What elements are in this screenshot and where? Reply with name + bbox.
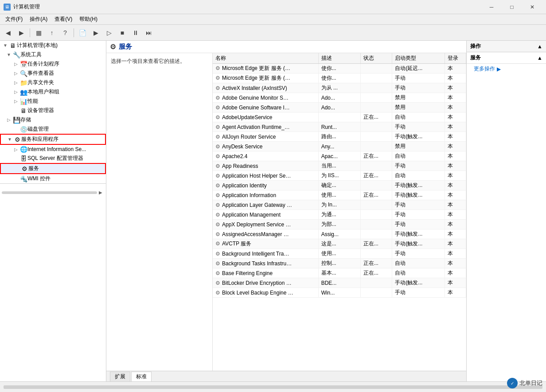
expand-icon: ▷ [12, 80, 20, 85]
stop-button[interactable]: ■ [116, 27, 129, 39]
help-button[interactable]: ? [59, 27, 71, 39]
export-button[interactable]: 📄 [76, 27, 89, 39]
table-row[interactable]: ⚙Adobe Genuine Monitor S…Ado...禁用本 [213, 93, 466, 103]
table-row[interactable]: ⚙Microsoft Edge 更新 服务 (…使你...自动(延迟...本 [213, 64, 466, 74]
horizontal-scrollbar[interactable] [4, 385, 542, 389]
forward-button[interactable]: ▶ [15, 27, 27, 39]
title-bar: 🖥 计算机管理 ─ □ ✕ [0, 0, 546, 14]
table-row[interactable]: ⚙Application Layer Gateway …为 In...手动本 [213, 200, 466, 210]
table-row[interactable]: ⚙Application Management为通...手动本 [213, 210, 466, 220]
tree-node-storage[interactable]: ▷ 💾 存储 [0, 115, 106, 124]
services-description: 选择一个项目来查看它的描述。 [106, 53, 213, 371]
up-button[interactable]: ↑ [46, 27, 58, 39]
col-status[interactable]: 状态 [360, 53, 392, 64]
service-startup-cell: 自动(延迟... [392, 64, 445, 74]
tree-node-services[interactable]: ⚙ 服务 [0, 163, 106, 174]
service-startup-cell: 手动(触发... [392, 229, 445, 239]
table-row[interactable]: ⚙Apache2.4Apac...正在...自动本 [213, 151, 466, 161]
services-panel-icon: ⚙ [110, 43, 116, 51]
app-icon: 🖥 [4, 4, 11, 11]
col-name[interactable]: 名称 [213, 53, 318, 64]
tree-node-wmi[interactable]: 🔩 WMI 控件 [0, 174, 106, 183]
toolbar: ◀ ▶ ▦ ↑ ? 📄 ▶ ▷ ■ ⏸ ⏭ [0, 25, 546, 41]
expand-icon: ▼ [2, 43, 9, 48]
menu-help[interactable]: 帮助(H) [76, 15, 101, 24]
task-label: 任务计划程序 [27, 60, 59, 68]
tree-node-system[interactable]: ▼ 🔧 系统工具 [0, 50, 106, 59]
service-name-cell: ⚙Adobe Genuine Monitor S… [213, 93, 318, 103]
action-panel: 操作 ▲ 服务 ▲ 更多操作 ▶ [466, 41, 546, 381]
root-label: 计算机管理(本地) [17, 42, 58, 49]
tree-node-share[interactable]: ▷ 📁 共享文件夹 [0, 78, 106, 87]
play-button[interactable]: ▶ [90, 27, 102, 39]
service-login-cell: 本 [445, 142, 466, 151]
action-header-collapse[interactable]: ▲ [537, 43, 542, 50]
table-row[interactable]: ⚙Adobe Genuine Software I…Ado...禁用本 [213, 103, 466, 113]
expand-icon: ▷ [12, 71, 20, 76]
table-row[interactable]: ⚙ActiveX Installer (AxInstSV)为从 ...手动本 [213, 83, 466, 93]
maximize-button[interactable]: □ [502, 0, 522, 14]
table-row[interactable]: ⚙Agent Activation Runtime_…Runt...手动本 [213, 122, 466, 132]
menu-action[interactable]: 操作(A) [26, 15, 51, 24]
table-row[interactable]: ⚙Background Intelligent Tra…使用...手动本 [213, 249, 466, 259]
service-name-cell: ⚙Block Level Backup Engine … [213, 288, 318, 298]
tab-expand[interactable]: 扩展 [110, 372, 130, 381]
col-desc[interactable]: 描述 [318, 53, 360, 64]
tree-node-services-app[interactable]: ▼ ⚙ 服务和应用程序 [0, 134, 106, 145]
service-name-cell: ⚙Application Information [213, 190, 318, 200]
tree-node-sql[interactable]: 🗄 SQL Server 配置管理器 [0, 154, 106, 163]
toolbar-separator-1 [30, 28, 30, 37]
close-button[interactable]: ✕ [522, 0, 542, 14]
show-hide-button[interactable]: ▦ [32, 27, 45, 39]
table-row[interactable]: ⚙Base Filtering Engine基本...正在...自动本 [213, 268, 466, 278]
table-row[interactable]: ⚙BitLocker Drive Encryption …BDE...手动(触发… [213, 278, 466, 288]
table-row[interactable]: ⚙Background Tasks Infrastru…控制...正在...自动… [213, 259, 466, 268]
tree-node-disk[interactable]: 💿 磁盘管理 [0, 124, 106, 134]
minimize-button[interactable]: ─ [481, 0, 502, 14]
service-startup-cell: 手动 [392, 249, 445, 259]
menu-view[interactable]: 查看(V) [51, 15, 76, 24]
service-startup-cell: 手动 [392, 74, 445, 83]
table-row[interactable]: ⚙Application Information使用...正在...手动(触发.… [213, 190, 466, 200]
tree-node-iis[interactable]: ▷ 🌐 Internet Information Se... [0, 145, 106, 154]
services-table-area[interactable]: 名称 描述 状态 启动类型 登录 ⚙Microsoft Edge 更新 服务 (… [213, 53, 466, 371]
table-row[interactable]: ⚙AdobeUpdateService正在...自动本 [213, 113, 466, 122]
play2-button[interactable]: ▷ [103, 27, 115, 39]
service-name-cell: ⚙AppX Deployment Service … [213, 220, 318, 229]
table-row[interactable]: ⚙Application Identity确定...手动(触发...本 [213, 181, 466, 190]
service-status-cell [360, 200, 392, 210]
tree-node-perf[interactable]: ▷ 📊 性能 [0, 97, 106, 106]
table-row[interactable]: ⚙Microsoft Edge 更新 服务 (…使你...手动本 [213, 74, 466, 83]
service-desc-cell: 使用... [318, 190, 360, 200]
service-desc-cell: 为从 ... [318, 83, 360, 93]
col-login[interactable]: 登录 [445, 53, 466, 64]
tree-node-event[interactable]: ▷ 🔍 事件查看器 [0, 69, 106, 78]
tree-node-device[interactable]: 🖥 设备管理器 [0, 106, 106, 115]
table-row[interactable]: ⚙AVCTP 服务这是...正在...手动(触发...本 [213, 239, 466, 249]
next-button[interactable]: ⏭ [143, 27, 155, 39]
menu-file[interactable]: 文件(F) [2, 15, 26, 24]
watermark-icon: ✓ [507, 378, 518, 388]
tab-standard[interactable]: 标准 [131, 372, 152, 381]
table-row[interactable]: ⚙AssignedAccessManager …Assig...手动(触发...… [213, 229, 466, 239]
table-row[interactable]: ⚙App Readiness当用...手动本 [213, 161, 466, 171]
tree-node-task[interactable]: ▷ 📅 任务计划程序 [0, 59, 106, 69]
pause-button[interactable]: ⏸ [129, 27, 142, 39]
back-button[interactable]: ◀ [2, 27, 14, 39]
tree-node-users[interactable]: ▷ 👥 本地用户和组 [0, 87, 106, 97]
service-startup-cell: 自动 [392, 259, 445, 268]
table-row[interactable]: ⚙AppX Deployment Service …为部...手动本 [213, 220, 466, 229]
table-row[interactable]: ⚙Block Level Backup Engine …Win...手动本 [213, 288, 466, 298]
service-name-cell: ⚙Application Management [213, 210, 318, 220]
service-status-cell [360, 103, 392, 113]
tree-node-root[interactable]: ▼ 🖥 计算机管理(本地) [0, 41, 106, 50]
table-row[interactable]: ⚙AnyDesk ServiceAny...禁用本 [213, 142, 466, 151]
table-row[interactable]: ⚙Application Host Helper Se…为 IIS...正在..… [213, 171, 466, 181]
action-section-label: 服务 [470, 54, 481, 62]
col-startup[interactable]: 启动类型 [392, 53, 445, 64]
action-more-ops[interactable]: 更多操作 ▶ [467, 64, 546, 74]
table-row[interactable]: ⚙AllJoyn Router Service路由...手动(触发...本 [213, 132, 466, 142]
task-icon: 📅 [20, 61, 27, 68]
left-panel-scrollbar[interactable]: ▶ [0, 183, 106, 201]
services-app-label: 服务和应用程序 [21, 136, 58, 143]
